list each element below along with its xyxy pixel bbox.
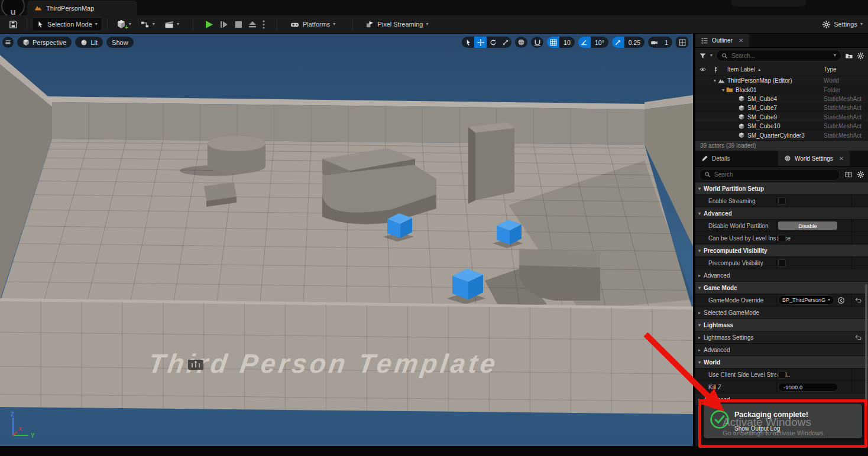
show-dropdown[interactable]: Show <box>106 37 134 48</box>
row-advanced-pv[interactable]: ▸ Advanced <box>695 269 868 282</box>
tab-details[interactable]: Details <box>695 151 778 166</box>
tab-outliner[interactable]: Outliner ✕ <box>695 34 749 47</box>
pixel-streaming-dropdown[interactable]: Pixel Streaming ▾ <box>361 18 432 31</box>
disable-button[interactable]: Disable <box>778 222 837 230</box>
selection-mode-dropdown[interactable]: Selection Mode ▾ <box>32 17 102 31</box>
cinematics-button[interactable]: ▾ <box>160 18 183 31</box>
chevron-right-icon: ▸ <box>695 335 704 340</box>
play-button[interactable] <box>204 19 214 30</box>
kebab-menu-icon[interactable] <box>263 20 265 29</box>
close-icon[interactable]: ✕ <box>739 37 743 44</box>
new-folder-icon[interactable] <box>845 52 853 60</box>
outliner-row[interactable]: ▾ ThirdPersonMap (Editor) World <box>695 76 868 85</box>
prop-label: Precompute Visibility <box>695 260 763 266</box>
reset-icon[interactable] <box>854 297 862 304</box>
world-space-button[interactable] <box>515 37 527 48</box>
viewport[interactable]: Third Person Template Perspective Lit Sh… <box>0 34 693 446</box>
outliner-search-input[interactable]: Search... ▾ <box>716 50 841 61</box>
angle-snap-button[interactable] <box>578 37 591 48</box>
outliner-tab-label: Outliner <box>712 37 733 44</box>
cinematics-icon <box>164 20 174 29</box>
globe-icon <box>517 38 525 46</box>
scene-canvas[interactable]: Third Person Template <box>0 34 693 446</box>
row-advanced-lm[interactable]: ▸ Advanced <box>695 344 868 356</box>
outliner-row[interactable]: SM_Cube9 StaticMeshAct <box>695 113 868 122</box>
row-lightmass-settings[interactable]: ▸ Lightmass Settings <box>695 331 868 344</box>
static-mesh-icon <box>738 123 745 130</box>
settings-dropdown[interactable]: Settings ▾ <box>818 18 867 31</box>
surface-snap-button[interactable] <box>531 37 543 48</box>
row-label: Selected GameMode <box>704 310 759 316</box>
row-selected-gamemode[interactable]: ▸ Selected GameMode <box>695 307 868 319</box>
frame-skip-button[interactable] <box>220 20 229 29</box>
eject-button[interactable] <box>248 21 257 28</box>
chevron-down-icon[interactable]: ▾ <box>714 78 716 83</box>
filter-icon[interactable] <box>699 52 707 60</box>
grid-snap-value[interactable]: 10 <box>559 37 575 48</box>
chevron-down-icon[interactable]: ▾ <box>710 53 712 58</box>
prop-can-be-used-by-level-instance: Can be Used by Level Instance <box>695 232 868 245</box>
stop-button[interactable] <box>235 21 242 28</box>
tab-world-settings[interactable]: World Settings ✕ <box>778 151 850 166</box>
axis-gizmo: Z Y X <box>7 411 43 441</box>
reset-icon[interactable] <box>854 334 862 341</box>
scale-snap-value[interactable]: 0.25 <box>624 37 644 48</box>
eye-icon[interactable] <box>699 66 707 73</box>
settings-search-input[interactable]: Search <box>699 169 840 181</box>
client-streaming-checkbox[interactable] <box>778 371 786 379</box>
chevron-down-icon[interactable]: ▾ <box>722 87 724 93</box>
viewport-layout-button[interactable] <box>676 37 688 48</box>
gear-icon[interactable] <box>857 52 864 60</box>
outliner-row[interactable]: ▾ Block01 Folder <box>695 85 868 94</box>
chevron-right-icon: ▸ <box>695 310 704 315</box>
select-icon <box>465 39 472 46</box>
column-item-label[interactable]: Item Label <box>727 66 755 73</box>
save-button[interactable] <box>5 18 22 31</box>
chevron-down-icon: ▾ <box>695 285 704 291</box>
outliner-item-type: World <box>824 77 839 84</box>
outliner-row[interactable]: SM_QuarterCylinder3 StaticMeshAct <box>695 131 868 139</box>
platforms-dropdown[interactable]: Platforms ▾ <box>286 18 339 31</box>
browse-asset-icon[interactable] <box>837 297 845 304</box>
scale-snap-button[interactable] <box>612 37 624 48</box>
camera-speed-button[interactable] <box>648 37 660 48</box>
scale-tool-button[interactable] <box>499 37 511 48</box>
close-icon[interactable]: ✕ <box>839 155 844 162</box>
viewport-menu-button[interactable] <box>2 37 14 48</box>
add-actor-button[interactable]: + ▾ <box>112 18 135 31</box>
select-tool-button[interactable] <box>462 37 474 48</box>
chevron-right-icon: ▸ <box>695 347 704 353</box>
precompute-visibility-checkbox[interactable] <box>778 259 786 267</box>
enable-streaming-checkbox[interactable] <box>778 197 786 205</box>
blueprints-button[interactable]: ▾ <box>137 18 159 31</box>
gamemode-override-dropdown[interactable]: BP_ThirdPersonG ▾ <box>778 295 834 305</box>
section-advanced-wp[interactable]: ▾ Advanced <box>695 207 868 220</box>
section-game-mode[interactable]: ▾ Game Mode <box>695 282 868 294</box>
column-options-icon[interactable] <box>844 171 853 178</box>
outliner-row[interactable]: SM_Cube4 StaticMeshAct <box>695 95 868 103</box>
outliner-row[interactable]: SM_Cube10 StaticMeshAct <box>695 122 868 131</box>
section-label: Lightmass <box>704 322 733 328</box>
section-world[interactable]: ▾ World <box>695 356 868 369</box>
level-tab[interactable]: ThirdPersonMap <box>27 1 137 15</box>
section-lightmass[interactable]: ▾ Lightmass <box>695 319 868 331</box>
pin-icon[interactable] <box>712 66 719 73</box>
perspective-label: Perspective <box>33 39 66 46</box>
section-precomputed-visibility[interactable]: ▾ Precomputed Visibility <box>695 245 868 257</box>
rotate-tool-button[interactable] <box>487 37 499 48</box>
angle-snap-value[interactable]: 10° <box>591 37 608 48</box>
kill-z-input[interactable]: -1000.0 <box>778 383 838 392</box>
camera-speed-value[interactable]: 1 <box>660 37 672 48</box>
player-start-icon[interactable] <box>188 360 203 370</box>
section-world-partition-setup[interactable]: ▾ World Partition Setup <box>695 183 868 195</box>
outliner-row[interactable]: SM_Cube7 StaticMeshAct <box>695 103 868 112</box>
grid-snap-button[interactable] <box>547 37 559 48</box>
lit-dropdown[interactable]: Lit <box>75 37 103 48</box>
prop-precompute-visibility: Precompute Visibility <box>695 257 868 269</box>
level-instance-checkbox[interactable] <box>778 234 786 242</box>
gear-icon[interactable] <box>857 171 864 178</box>
angle-icon <box>581 39 588 46</box>
column-type[interactable]: Type <box>824 66 837 73</box>
perspective-dropdown[interactable]: Perspective <box>17 37 72 48</box>
move-tool-button[interactable] <box>474 37 487 48</box>
